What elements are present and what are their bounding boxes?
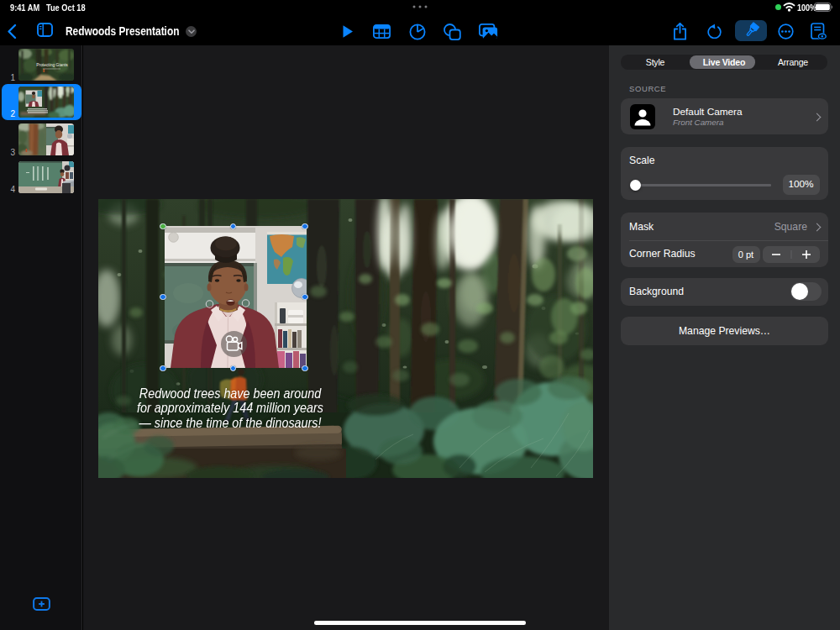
svg-text:Protecting Giants: Protecting Giants [36,63,68,67]
